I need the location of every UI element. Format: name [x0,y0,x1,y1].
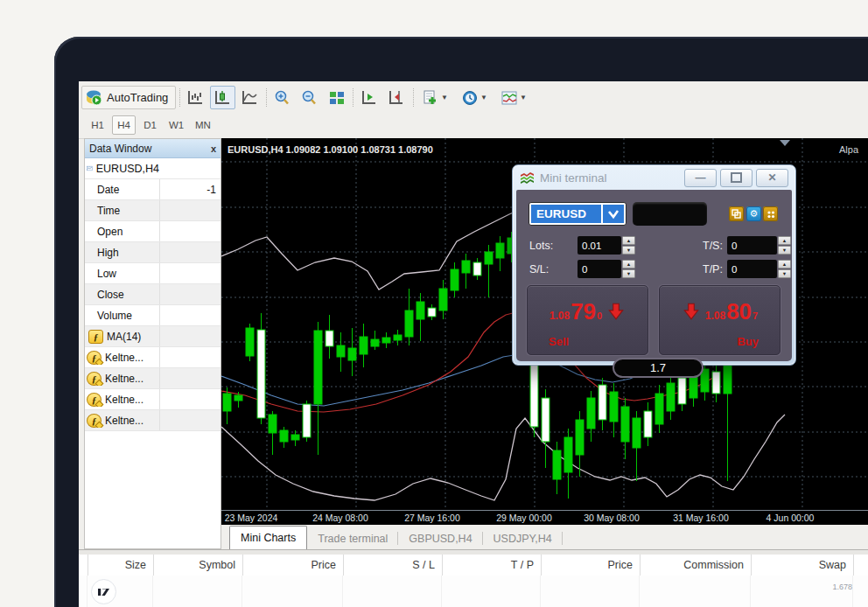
grid-dots-button[interactable] [763,206,778,221]
tab-separator [562,532,563,545]
buy-button-label[interactable]: Buy [737,335,759,348]
buy-arrow-down-icon [682,302,701,321]
row-value-cell [159,389,220,409]
mini-terminal-window[interactable]: Mini terminal — ✕ EURUSD ⚙ Lots: [512,164,796,366]
body-column [242,576,343,607]
sell-button-label[interactable]: Sell [549,335,569,348]
row-value-cell [159,368,220,388]
data-window-row[interactable]: ƒKeltne... [85,389,220,410]
data-window-row[interactable]: Open [85,221,220,242]
candlestick-chart-button[interactable] [210,86,235,109]
row-label-cell: High [85,247,159,259]
timeframe-tab-h4[interactable]: H4 [112,115,136,135]
tab-usdjpy-h4[interactable]: USDJPY,H4 [483,528,563,549]
sell-arrow-down-icon [606,302,626,321]
data-window-row[interactable]: Close [85,284,220,305]
settings-gear-icon[interactable]: ⚙ [746,206,761,221]
maximize-button[interactable] [720,169,752,187]
row-label: EURUSD,H4 [96,163,159,175]
data-window-row[interactable]: High [85,242,220,263]
sell-price-sub: 0 [597,310,602,321]
data-window-row[interactable]: Time [85,200,220,221]
column-header-swap[interactable]: Swap [752,555,854,576]
templates-button[interactable] [729,206,744,221]
column-header-sl[interactable]: S / L [344,555,443,576]
column-header-price[interactable]: Price [542,555,640,576]
time-axis-label: 31 May 16:00 [673,513,729,523]
data-window-row[interactable]: Low [85,263,220,284]
periods-button[interactable]: ▼ [456,86,494,109]
orders-table-body [79,576,868,607]
data-window-row[interactable]: ƒKeltne... [85,347,220,368]
close-button[interactable]: ✕ [756,169,788,187]
buy-price-sub: 7 [752,310,758,321]
lots-input[interactable]: 0.01 [578,236,621,255]
data-window-row[interactable]: Date-1 [85,179,220,200]
data-window-row[interactable]: ƒKeltne... [85,368,220,389]
chart-shift-button[interactable] [383,86,409,109]
column-header-commission[interactable]: Commission [640,555,752,576]
indicators-dropdown-caret[interactable]: ▼ [520,94,527,101]
autotrading-button[interactable]: AutoTrading [81,86,176,109]
mini-terminal-titlebar[interactable]: Mini terminal — ✕ [513,165,795,190]
ts-stepper[interactable]: ▲▼ [778,236,791,255]
tile-windows-button[interactable] [324,86,349,109]
timeframe-tab-w1[interactable]: W1 [164,115,188,135]
row-label: Open [97,226,122,238]
time-axis-label: 24 May 08:00 [312,513,368,523]
row-label-cell: ƒKeltne... [85,351,159,365]
sl-input[interactable]: 0 [578,260,621,278]
column-header-size[interactable]: Size [88,555,154,576]
timeframe-tab-d1[interactable]: D1 [138,115,162,135]
row-label: Volume [97,310,132,322]
body-column [153,576,242,607]
row-label: Keltne... [105,352,144,364]
line-chart-button[interactable] [237,86,262,109]
custom-indicator-f-icon: ƒ [87,393,102,407]
row-value-cell [159,242,220,262]
bottom-tab-bar: Mini ChartsTrade terminalGBPUSD,H4USDJPY… [221,525,868,549]
tp-stepper[interactable]: ▲▼ [778,260,791,278]
indicators-button[interactable]: ▼ [495,86,533,109]
column-header-price[interactable]: Price [243,555,344,576]
row-value-cell [159,221,220,241]
symbol-select[interactable]: EURUSD [528,202,626,226]
body-column [442,576,541,607]
bar-chart-button[interactable] [183,86,208,109]
column-header-tp[interactable]: T / P [443,555,542,576]
zoom-out-button[interactable] [297,86,322,109]
ts-input[interactable]: 0 [727,236,777,255]
row-label-cell: Time [85,205,159,217]
timeframe-tab-h1[interactable]: H1 [86,115,109,135]
data-window-row[interactable]: Volume [85,305,220,326]
buy-price-big: 80 [726,300,752,323]
body-column [751,576,853,607]
lots-stepper[interactable]: ▲▼ [622,236,635,255]
data-window-close-icon[interactable]: x [211,143,216,154]
tab-trade-terminal[interactable]: Trade terminal [307,528,398,549]
minimize-button[interactable]: — [684,169,717,187]
tab-gbpusd-h4[interactable]: GBPUSD,H4 [398,528,482,549]
row-value-cell [159,284,220,304]
row-label-cell: ƒMA(14) [85,330,159,344]
zoom-in-button[interactable] [270,86,295,109]
tp-input[interactable]: 0 [727,260,777,278]
chevron-down-icon[interactable] [601,205,624,223]
auto-scroll-button[interactable] [356,86,382,109]
sl-stepper[interactable]: ▲▼ [622,260,635,278]
body-column [343,576,442,607]
column-header-symbol[interactable]: Symbol [154,555,243,576]
data-window-row[interactable]: ƒKeltne... [85,410,220,431]
timeframe-tab-mn[interactable]: MN [191,115,215,135]
tab-mini-charts[interactable]: Mini Charts [229,526,307,549]
sell-panel[interactable]: 1.08790 Sell [527,285,648,355]
periods-dropdown-caret[interactable]: ▼ [480,94,487,101]
buy-panel[interactable]: 1.08807 Buy [659,285,780,355]
data-window-row[interactable]: EURUSD,H4 [85,158,220,179]
lots-label: Lots: [529,240,553,252]
data-window-row[interactable]: ƒMA(14) [85,326,220,347]
row-label: Keltne... [105,373,144,385]
new-order-dropdown-caret[interactable]: ▼ [441,94,448,101]
new-order-button[interactable]: ▼ [416,86,454,109]
sell-price: 1.08790 [528,300,648,323]
